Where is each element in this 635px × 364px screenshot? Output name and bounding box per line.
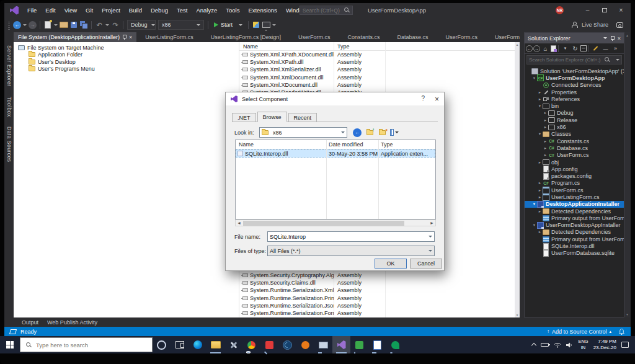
expander-icon[interactable]: ▸ bbox=[543, 118, 548, 123]
tree-item-userformdesktopappinstaller[interactable]: ▾UserFormDesktopAppInstaller bbox=[525, 222, 624, 229]
taskbar-search-box[interactable] bbox=[20, 337, 153, 352]
expander-icon[interactable]: ▸ bbox=[537, 97, 543, 102]
expander-icon[interactable]: ▾ bbox=[531, 223, 537, 228]
file-name-input[interactable] bbox=[270, 234, 427, 240]
menu-extensions[interactable]: Extensions bbox=[244, 3, 281, 17]
globe-icon[interactable] bbox=[278, 336, 296, 353]
overflow-icon[interactable] bbox=[611, 44, 620, 53]
blue-doc-icon[interactable] bbox=[368, 336, 386, 353]
profiler-icon[interactable] bbox=[252, 20, 260, 30]
red-app-icon[interactable] bbox=[260, 336, 278, 353]
close-icon[interactable]: × bbox=[129, 34, 132, 40]
battery-icon[interactable] bbox=[541, 343, 549, 347]
file-explorer-icon[interactable] bbox=[206, 336, 224, 353]
tab-userform-cs[interactable]: UserForm.cs bbox=[290, 32, 339, 42]
tree-item-program-cs[interactable]: ▸C#Program.cs bbox=[525, 180, 624, 187]
expander-icon[interactable]: ▾ bbox=[537, 104, 543, 109]
scroll-up-icon[interactable]: ▲ bbox=[516, 43, 519, 47]
table-row[interactable]: System.Runtime.Serialization.Xml.dllAsse… bbox=[239, 286, 515, 294]
nav-back-icon[interactable] bbox=[13, 21, 21, 29]
dropdown-caret-icon[interactable] bbox=[53, 20, 58, 30]
dialog-title-bar[interactable]: Select Component bbox=[226, 92, 444, 105]
redo-icon[interactable] bbox=[111, 20, 120, 30]
hangouts-icon[interactable] bbox=[386, 336, 404, 353]
start-debug-button[interactable]: Start bbox=[214, 22, 242, 28]
volume-icon[interactable] bbox=[566, 342, 573, 348]
edge-icon[interactable] bbox=[189, 336, 206, 353]
solution-search-input[interactable] bbox=[529, 57, 603, 63]
minimize-button[interactable]: – bbox=[579, 3, 596, 17]
filter-icon[interactable] bbox=[561, 44, 570, 53]
column-name[interactable]: Name bbox=[236, 141, 326, 148]
sync-icon[interactable] bbox=[551, 45, 556, 52]
close-button[interactable]: × bbox=[613, 3, 629, 17]
table-row[interactable]: System.Xml.XPath.dllAssembly bbox=[239, 58, 515, 66]
files-of-type-dropdown[interactable]: All Files (*.*) bbox=[267, 246, 435, 256]
notification-center-icon[interactable] bbox=[621, 342, 629, 348]
tab-userlistingform-cs[interactable]: UserListingForm.cs bbox=[136, 32, 202, 42]
panel-splitter[interactable] bbox=[520, 32, 524, 317]
tree-item-application-folder[interactable]: Application Folder bbox=[14, 51, 238, 59]
panel-tab-data-sources[interactable]: Data Sources bbox=[6, 127, 12, 162]
tray-expand-icon[interactable] bbox=[531, 343, 536, 348]
table-row[interactable]: System.Xml.XmlDocument.dllAssembly bbox=[239, 73, 515, 81]
tree-item-classes[interactable]: ▾Classes bbox=[525, 131, 624, 138]
language-indicator[interactable]: ENG IN bbox=[578, 339, 588, 351]
expander-icon[interactable]: ▸ bbox=[537, 90, 543, 95]
start-button[interactable] bbox=[0, 336, 20, 353]
table-row[interactable]: System.Runtime.Serialization.Formatter..… bbox=[239, 309, 515, 317]
tree-item-desktopapplicationinstaller[interactable]: ▾DesktopApplicationInstaller bbox=[525, 201, 624, 208]
cortana-icon[interactable] bbox=[153, 336, 171, 353]
menu-git[interactable]: Git bbox=[81, 3, 97, 17]
menu-debug[interactable]: Debug bbox=[146, 3, 172, 17]
tree-item-connected-services[interactable]: Connected Services bbox=[525, 82, 624, 89]
table-row[interactable]: System.Xml.XPath.XDocument.dllAssembly bbox=[239, 51, 515, 58]
expander-icon[interactable]: ▸ bbox=[543, 125, 548, 130]
tree-item-detected-dependencies[interactable]: ▸Detected Dependencies bbox=[525, 229, 624, 236]
bottom-tab-output[interactable]: Output bbox=[22, 319, 38, 326]
assembly-list-header[interactable]: Name Type bbox=[239, 42, 515, 51]
expander-icon[interactable]: ▸ bbox=[543, 139, 548, 144]
tree-item-bin[interactable]: ▾bin bbox=[525, 102, 624, 109]
tree-item-sqlite-interop-dll[interactable]: SQLite.Interop.dll bbox=[525, 242, 624, 249]
tree-item-release[interactable]: ▸Release bbox=[525, 117, 624, 123]
file-row-sqlite-interop-dll[interactable]: SQLite.Interop.dll30-May-20 3:58 PMAppli… bbox=[236, 149, 435, 158]
collapse-all-icon[interactable] bbox=[580, 45, 587, 51]
panel-menu-icon[interactable] bbox=[603, 37, 607, 39]
pin-icon[interactable] bbox=[123, 35, 126, 40]
scroll-left-icon[interactable]: ◄ bbox=[237, 221, 241, 225]
tab-file-system-desktopapplicationinstaller[interactable]: File System (DesktopApplicationInstaller… bbox=[14, 32, 136, 42]
file-name-combo[interactable] bbox=[267, 231, 435, 242]
tab-userlistingform-cs-design[interactable]: UserListingForm.cs [Design] bbox=[202, 32, 290, 42]
table-row[interactable]: System.Runtime.Serialization.Primitives.… bbox=[239, 295, 515, 302]
menu-edit[interactable]: Edit bbox=[41, 3, 60, 17]
tree-item-user-s-programs-menu[interactable]: User's Programs Menu bbox=[14, 66, 238, 73]
column-type[interactable]: Type bbox=[334, 43, 350, 50]
dialog-tab-recent[interactable]: Recent bbox=[288, 113, 318, 122]
scroll-down-icon[interactable]: ▼ bbox=[516, 313, 519, 317]
column-date-modified[interactable]: Date modified bbox=[326, 141, 378, 148]
drag-handle-icon[interactable] bbox=[8, 20, 10, 30]
visual-studio-icon[interactable] bbox=[332, 336, 350, 353]
live-share-button[interactable]: Live Share bbox=[582, 22, 608, 28]
tree-item-constants-cs[interactable]: ▸C#Constants.cs bbox=[525, 138, 624, 144]
pin-icon[interactable] bbox=[611, 36, 614, 41]
save-all-icon[interactable] bbox=[79, 20, 88, 30]
expander-icon[interactable]: ▸ bbox=[543, 110, 548, 115]
table-row[interactable]: System.Runtime.Serialization.Json.dllAss… bbox=[239, 302, 515, 309]
views-dropdown-icon[interactable] bbox=[390, 128, 399, 136]
dropdown-caret-icon[interactable] bbox=[272, 20, 277, 30]
table-row[interactable]: System.Security.Cryptography.Algorith...… bbox=[239, 272, 515, 279]
file-list-header[interactable]: Name Date modified Type bbox=[236, 140, 435, 149]
back-icon[interactable] bbox=[353, 128, 362, 137]
dropdown-caret-icon[interactable] bbox=[105, 20, 110, 30]
tree-item-detected-dependencies[interactable]: ▸Detected Dependencies bbox=[525, 208, 624, 215]
tree-item-references[interactable]: ▸References bbox=[525, 95, 624, 102]
tree-item-debug[interactable]: ▸Debug bbox=[525, 110, 624, 117]
close-icon[interactable] bbox=[435, 95, 439, 104]
horizontal-scrollbar[interactable]: ◄ ► bbox=[235, 220, 436, 226]
menu-build[interactable]: Build bbox=[125, 3, 146, 17]
table-row[interactable]: System.Xml.XDocument.dllAssembly bbox=[239, 81, 515, 89]
configuration-dropdown[interactable]: Debug bbox=[127, 20, 156, 30]
expander-icon[interactable]: ▸ bbox=[537, 195, 543, 200]
